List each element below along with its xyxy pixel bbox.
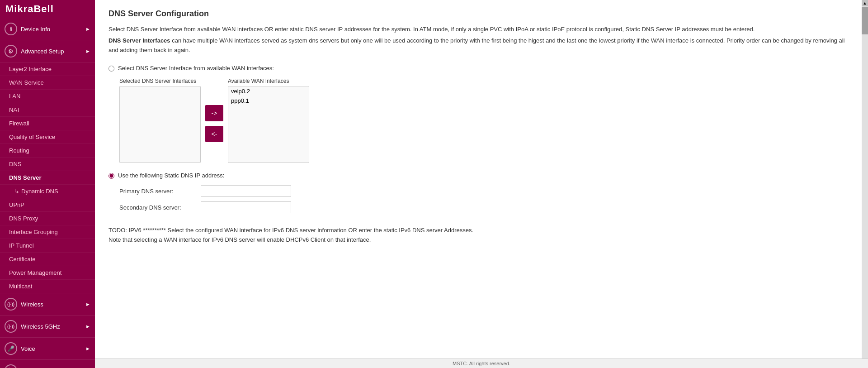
secondary-dns-label: Secondary DNS server: (119, 204, 201, 211)
footer-text: MSTC. All rights reserved. (453, 361, 510, 366)
logo-area: MikraBell (0, 0, 95, 18)
secondary-dns-row: Secondary DNS server: (119, 201, 854, 213)
radio-static-dns-label: Use the following Static DNS IP address: (118, 172, 224, 179)
sidebar-item-certificate[interactable]: Certificate (0, 253, 95, 266)
sidebar-item-wireless-5ghz[interactable]: ((·)) Wireless 5GHz ► (0, 315, 95, 338)
sidebar-item-dynamic-dns[interactable]: ↳ Dynamic DNS (0, 185, 95, 198)
advanced-setup-icon: ⚙ (5, 45, 17, 57)
sidebar-item-firewall[interactable]: Firewall (0, 117, 95, 130)
description-1: Select DNS Server Interface from availab… (108, 25, 854, 34)
sidebar-item-label: Wireless 5GHz (21, 323, 60, 330)
sidebar-item-device-info[interactable]: ℹ Device Info ► (0, 18, 95, 40)
diagnostics-icon: 🔧 (5, 364, 17, 368)
todo-text: TODO: IPV6 ********** Select the configu… (108, 226, 854, 245)
scroll-up-arrow[interactable]: ▲ (862, 0, 868, 6)
sidebar-item-advanced-setup[interactable]: ⚙ Advanced Setup ► (0, 40, 95, 62)
sidebar-item-wan-service[interactable]: WAN Service (0, 76, 95, 90)
primary-dns-row: Primary DNS server: (119, 185, 854, 197)
chevron-right-icon: ► (85, 26, 90, 32)
sidebar-item-upnp[interactable]: UPnP (0, 198, 95, 212)
scrollbar[interactable]: ▲ ▼ (862, 0, 868, 368)
chevron-right-icon: ► (85, 48, 90, 54)
radio-select-wan-input[interactable] (108, 66, 114, 72)
description-2: DNS Server Interfaces can have multiple … (108, 36, 854, 55)
available-wan-listbox[interactable]: veip0.2 ppp0.1 (228, 86, 309, 163)
device-info-icon: ℹ (5, 23, 17, 35)
sidebar: MikraBell ℹ Device Info ► ⚙ Advanced Set… (0, 0, 95, 368)
sidebar-item-routing[interactable]: Routing (0, 144, 95, 158)
sidebar-item-nat[interactable]: NAT (0, 103, 95, 117)
chevron-right-icon: ► (85, 346, 90, 351)
radio-select-wan: Select DNS Server Interface from availab… (108, 65, 854, 72)
radio-static-dns-input[interactable] (108, 173, 114, 179)
chevron-right-icon: ► (85, 301, 90, 307)
wireless-icon: ((·)) (5, 298, 17, 311)
sidebar-item-label: Advanced Setup (21, 48, 64, 55)
remove-from-selected-button[interactable]: <- (205, 126, 223, 142)
dns-server-interfaces-bold: DNS Server Interfaces (108, 37, 170, 44)
sidebar-item-dns-server[interactable]: DNS Server (0, 171, 95, 185)
sidebar-item-interface-grouping[interactable]: Interface Grouping (0, 225, 95, 239)
radio-static-dns: Use the following Static DNS IP address: (108, 172, 854, 179)
sidebar-item-label: Voice (21, 345, 35, 352)
sidebar-item-ip-tunnel[interactable]: IP Tunnel (0, 239, 95, 253)
logo-text: MikraBell (5, 3, 54, 15)
selected-dns-label: Selected DNS Server Interfaces (119, 78, 201, 84)
sidebar-item-quality-of-service[interactable]: Quality of Service (0, 130, 95, 144)
dns-interfaces-area: Selected DNS Server Interfaces -> <- Ava… (119, 78, 854, 163)
selected-dns-listbox[interactable] (119, 86, 201, 163)
page-title: DNS Server Configuration (108, 9, 854, 19)
chevron-right-icon: ► (85, 324, 90, 329)
add-to-selected-button[interactable]: -> (205, 105, 223, 121)
sidebar-item-dns[interactable]: DNS (0, 158, 95, 171)
footer: MSTC. All rights reserved. (95, 358, 868, 368)
sidebar-item-label: Wireless (21, 301, 43, 308)
radio-select-wan-label: Select DNS Server Interface from availab… (118, 65, 274, 72)
primary-dns-input[interactable] (201, 185, 291, 197)
sidebar-item-dns-proxy[interactable]: DNS Proxy (0, 212, 95, 225)
sidebar-item-power-management[interactable]: Power Management (0, 266, 95, 280)
available-wan-label: Available WAN Interfaces (228, 78, 309, 84)
primary-dns-label: Primary DNS server: (119, 188, 201, 195)
sidebar-item-diagnostics[interactable]: 🔧 Diagnostics ► (0, 360, 95, 368)
sidebar-item-layer2-interface[interactable]: Layer2 Interface (0, 62, 95, 76)
sidebar-item-lan[interactable]: LAN (0, 90, 95, 103)
secondary-dns-input[interactable] (201, 201, 291, 213)
wireless-5ghz-icon: ((·)) (5, 320, 17, 333)
sidebar-item-label: Device Info (21, 26, 50, 33)
sidebar-item-voice[interactable]: 🎤 Voice ► (0, 338, 95, 360)
sidebar-item-multicast[interactable]: Multicast (0, 280, 95, 293)
selected-dns-wrapper: Selected DNS Server Interfaces (119, 78, 201, 163)
static-dns-section: Use the following Static DNS IP address:… (108, 172, 854, 213)
voice-icon: 🎤 (5, 342, 17, 355)
available-wan-wrapper: Available WAN Interfaces veip0.2 ppp0.1 (228, 78, 309, 163)
transfer-buttons: -> <- (205, 78, 223, 142)
main-content: DNS Server Configuration Select DNS Serv… (95, 0, 868, 368)
sidebar-item-wireless[interactable]: ((·)) Wireless ► (0, 293, 95, 315)
scroll-thumb[interactable] (862, 7, 868, 34)
